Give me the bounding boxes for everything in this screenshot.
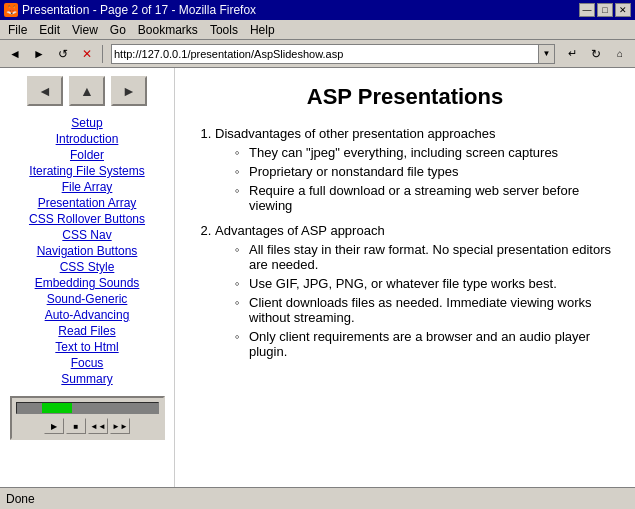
sidebar-item-read-files[interactable]: Read Files xyxy=(58,324,115,338)
sidebar-item-embedding-sounds[interactable]: Embedding Sounds xyxy=(35,276,140,290)
sublist-item-1-3: Require a full download or a streaming w… xyxy=(235,183,615,213)
menu-bookmarks[interactable]: Bookmarks xyxy=(132,22,204,38)
sidebar-item-sound-generic[interactable]: Sound-Generic xyxy=(47,292,128,306)
title-bar: 🦊 Presentation - Page 2 of 17 - Mozilla … xyxy=(0,0,635,20)
content-list: Disadvantages of other presentation appr… xyxy=(215,126,615,359)
address-bar: ▼ xyxy=(111,44,555,64)
list-item-2-text: Advantages of ASP approach xyxy=(215,223,385,238)
app-icon: 🦊 xyxy=(4,3,18,17)
window-title: Presentation - Page 2 of 17 - Mozilla Fi… xyxy=(22,3,256,17)
menu-edit[interactable]: Edit xyxy=(33,22,66,38)
address-dropdown[interactable]: ▼ xyxy=(539,44,555,64)
sublist-item-1-1: They can "jpeg" everything, including sc… xyxy=(235,145,615,160)
refresh-button[interactable]: ↻ xyxy=(585,43,607,65)
window-controls: — □ ✕ xyxy=(579,3,631,17)
sublist-item-2-3: Client downloads files as needed. Immedi… xyxy=(235,295,615,325)
media-progress-fill xyxy=(42,403,72,413)
toolbar-separator xyxy=(102,45,103,63)
media-controls: ▶ ■ ◄◄ ►► xyxy=(16,418,159,434)
menu-bar: File Edit View Go Bookmarks Tools Help xyxy=(0,20,635,40)
page-title: ASP Presentations xyxy=(195,84,615,110)
navigation-buttons: ◄ ▲ ► xyxy=(27,76,147,106)
prev-button[interactable]: ◄ xyxy=(27,76,63,106)
sidebar-item-presentation-array[interactable]: Presentation Array xyxy=(38,196,137,210)
media-player: ▶ ■ ◄◄ ►► xyxy=(10,396,165,440)
sidebar-item-css-rollover-buttons[interactable]: CSS Rollover Buttons xyxy=(29,212,145,226)
home-button[interactable]: ⌂ xyxy=(609,43,631,65)
menu-go[interactable]: Go xyxy=(104,22,132,38)
list-item-2: Advantages of ASP approach All files sta… xyxy=(215,223,615,359)
list-item-1-sublist: They can "jpeg" everything, including sc… xyxy=(235,145,615,213)
media-stop-button[interactable]: ■ xyxy=(66,418,86,434)
media-play-button[interactable]: ▶ xyxy=(44,418,64,434)
menu-view[interactable]: View xyxy=(66,22,104,38)
sidebar-item-summary[interactable]: Summary xyxy=(61,372,112,386)
up-button[interactable]: ▲ xyxy=(69,76,105,106)
sidebar-item-text-to-html[interactable]: Text to Html xyxy=(55,340,118,354)
sidebar-item-file-array[interactable]: File Array xyxy=(62,180,113,194)
menu-tools[interactable]: Tools xyxy=(204,22,244,38)
back-button[interactable]: ◄ xyxy=(4,43,26,65)
sidebar-item-iterating-file-systems[interactable]: Iterating File Systems xyxy=(29,164,144,178)
list-item-1: Disadvantages of other presentation appr… xyxy=(215,126,615,213)
sidebar-item-setup[interactable]: Setup xyxy=(71,116,102,130)
sidebar-links: Setup Introduction Folder Iterating File… xyxy=(0,116,174,386)
sublist-item-1-2: Proprietary or nonstandard file types xyxy=(235,164,615,179)
list-item-1-text: Disadvantages of other presentation appr… xyxy=(215,126,495,141)
sidebar: ◄ ▲ ► Setup Introduction Folder Iteratin… xyxy=(0,68,175,487)
sublist-item-2-4: Only client requirements are a browser a… xyxy=(235,329,615,359)
sidebar-item-focus[interactable]: Focus xyxy=(71,356,104,370)
next-button[interactable]: ► xyxy=(111,76,147,106)
main-content: ◄ ▲ ► Setup Introduction Folder Iteratin… xyxy=(0,68,635,487)
sidebar-item-navigation-buttons[interactable]: Navigation Buttons xyxy=(37,244,138,258)
status-bar: Done xyxy=(0,487,635,509)
sidebar-item-css-style[interactable]: CSS Style xyxy=(60,260,115,274)
list-item-2-sublist: All files stay in their raw format. No s… xyxy=(235,242,615,359)
menu-file[interactable]: File xyxy=(2,22,33,38)
status-text: Done xyxy=(6,492,35,506)
sublist-item-2-2: Use GIF, JPG, PNG, or whatever file type… xyxy=(235,276,615,291)
sublist-item-2-1: All files stay in their raw format. No s… xyxy=(235,242,615,272)
forward-button[interactable]: ► xyxy=(28,43,50,65)
minimize-button[interactable]: — xyxy=(579,3,595,17)
media-fast-forward-button[interactable]: ►► xyxy=(110,418,130,434)
menu-help[interactable]: Help xyxy=(244,22,281,38)
close-button[interactable]: ✕ xyxy=(615,3,631,17)
go-button[interactable]: ↵ xyxy=(561,43,583,65)
content-area: ASP Presentations Disadvantages of other… xyxy=(175,68,635,487)
stop-button[interactable]: ✕ xyxy=(76,43,98,65)
media-progress-bar xyxy=(16,402,159,414)
sidebar-item-css-nav[interactable]: CSS Nav xyxy=(62,228,111,242)
address-input[interactable] xyxy=(111,44,539,64)
sidebar-item-folder[interactable]: Folder xyxy=(70,148,104,162)
sidebar-item-auto-advancing[interactable]: Auto-Advancing xyxy=(45,308,130,322)
toolbar: ◄ ► ↺ ✕ ▼ ↵ ↻ ⌂ xyxy=(0,40,635,68)
reload-button[interactable]: ↺ xyxy=(52,43,74,65)
maximize-button[interactable]: □ xyxy=(597,3,613,17)
media-rewind-button[interactable]: ◄◄ xyxy=(88,418,108,434)
sidebar-item-introduction[interactable]: Introduction xyxy=(56,132,119,146)
